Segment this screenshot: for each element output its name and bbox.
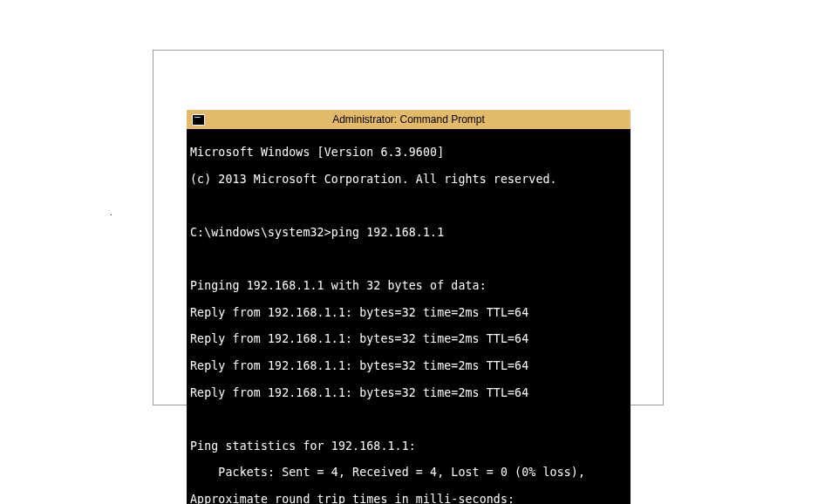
output-line: Reply from 192.168.1.1: bytes=32 time=2m… (190, 359, 627, 372)
command-prompt-window: Administrator: Command Prompt Microsoft … (187, 110, 631, 504)
window-title: Administrator: Command Prompt (187, 113, 631, 126)
output-line: Microsoft Windows [Version 6.3.9600] (190, 146, 627, 159)
output-line: Packets: Sent = 4, Received = 4, Lost = … (190, 466, 627, 479)
prompt-line: C:\windows\system32>ping 192.168.1.1 (190, 226, 627, 239)
titlebar[interactable]: Administrator: Command Prompt (187, 110, 631, 129)
blank-line (190, 412, 627, 426)
output-line: Approximate round trip times in milli-se… (190, 493, 627, 504)
stray-dot: . (110, 208, 112, 217)
blank-line (190, 199, 627, 212)
output-line: Ping statistics for 192.168.1.1: (190, 439, 627, 453)
output-line: Pinging 192.168.1.1 with 32 bytes of dat… (190, 279, 627, 292)
output-line: Reply from 192.168.1.1: bytes=32 time=2m… (190, 386, 627, 399)
terminal-output[interactable]: Microsoft Windows [Version 6.3.9600] (c)… (187, 129, 631, 504)
blank-line (190, 253, 627, 266)
document-frame: . Administrator: Command Prompt Microsof… (153, 50, 664, 405)
output-line: Reply from 192.168.1.1: bytes=32 time=2m… (190, 306, 627, 319)
output-line: Reply from 192.168.1.1: bytes=32 time=2m… (190, 332, 627, 345)
output-line: (c) 2013 Microsoft Corporation. All righ… (190, 173, 627, 186)
